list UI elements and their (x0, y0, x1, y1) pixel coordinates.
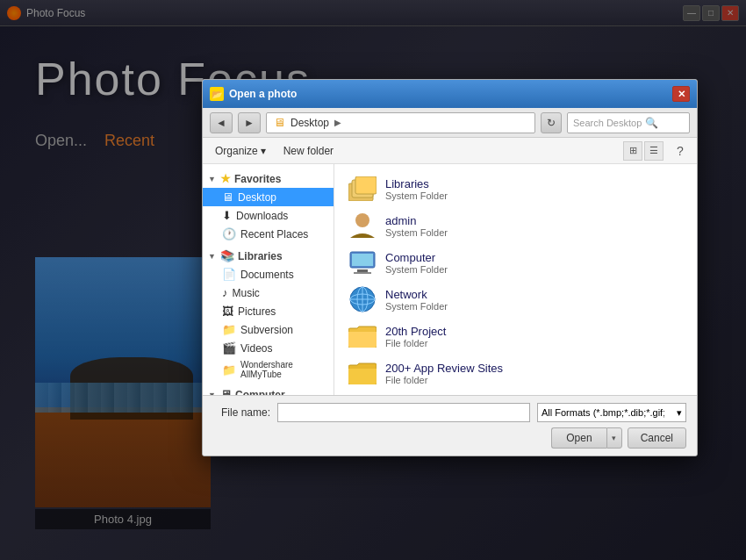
action-row: Open ▾ Cancel (213, 427, 686, 449)
nav-item-recent-places[interactable]: 🕐 Recent Places (203, 225, 334, 243)
subversion-icon: 📁 (222, 323, 236, 336)
svg-rect-5 (352, 254, 373, 266)
documents-icon: 📄 (222, 268, 236, 281)
open-button[interactable]: Open (551, 427, 606, 449)
search-field[interactable]: Search Desktop 🔍 (567, 112, 690, 133)
libraries-expand-icon: ▼ (208, 252, 217, 261)
nav-item-videos[interactable]: 🎬 Videos (203, 339, 334, 357)
network-file-name: Network (385, 288, 683, 301)
documents-label: Documents (240, 269, 294, 281)
network-file-info: Network System Folder (385, 288, 683, 312)
refresh-button[interactable]: ↻ (541, 112, 562, 133)
svg-rect-2 (355, 176, 377, 194)
favorites-expand-icon: ▼ (208, 175, 217, 183)
computer-folder-icon: 🖥 (220, 388, 232, 395)
app-review-type: File folder (385, 375, 683, 385)
organize-label: Organize (215, 145, 258, 157)
filename-label: File name: (213, 406, 270, 419)
favorites-label: Favorites (234, 173, 281, 185)
svg-point-3 (355, 213, 369, 227)
filename-input[interactable] (277, 403, 530, 422)
address-location: Desktop (291, 117, 329, 129)
new-folder-button[interactable]: New folder (278, 143, 339, 159)
dialog-bottom: File name: All Formats (*.bmp;*.dib;*.gi… (203, 395, 697, 456)
admin-file-type: System Folder (385, 227, 683, 238)
nav-item-documents[interactable]: 📄 Documents (203, 265, 334, 284)
back-button[interactable]: ◄ (210, 112, 233, 133)
dialog-titlebar: 📂 Open a photo ✕ (203, 80, 697, 108)
subversion-label: Subversion (240, 324, 293, 336)
20th-project-type: File folder (385, 338, 683, 348)
nav-item-subversion[interactable]: 📁 Subversion (203, 320, 334, 339)
filetype-dropdown-arrow: ▾ (677, 407, 682, 419)
address-arrow-icon: ▶ (334, 118, 341, 127)
downloads-icon: ⬇ (222, 209, 232, 222)
organize-button[interactable]: Organize ▾ (210, 143, 271, 159)
nav-item-wondershare[interactable]: 📁 Wondershare AllMyTube (203, 357, 334, 382)
filetype-label: All Formats (*.bmp;*.dib;*.gif;*. (542, 407, 664, 418)
app-review-folder-icon (348, 359, 377, 387)
organize-chevron: ▾ (261, 145, 266, 157)
computer-file-icon (348, 248, 377, 276)
forward-button[interactable]: ► (238, 112, 261, 133)
svg-rect-7 (354, 272, 371, 274)
computer-file-type: System Folder (385, 264, 683, 275)
filetype-dropdown[interactable]: All Formats (*.bmp;*.dib;*.gif;*. ▾ (537, 403, 686, 422)
computer-header[interactable]: ▼ 🖥 Computer (203, 385, 334, 395)
file-item-admin[interactable]: admin System Folder (341, 208, 690, 243)
file-area: Libraries System Folder (334, 164, 697, 395)
admin-file-info: admin System Folder (385, 214, 683, 238)
file-list: Libraries System Folder (334, 164, 697, 395)
dialog-app-icon: 📂 (210, 87, 224, 101)
libraries-header[interactable]: ▼ 📚 Libraries (203, 247, 334, 265)
wondershare-icon: 📁 (222, 363, 236, 377)
nav-item-music[interactable]: ♪ Music (203, 284, 334, 302)
admin-file-icon (348, 212, 377, 240)
nav-item-desktop[interactable]: 🖥 Desktop (203, 188, 334, 206)
nav-item-pictures[interactable]: 🖼 Pictures (203, 302, 334, 320)
search-placeholder: Search Desktop (573, 118, 642, 128)
wondershare-label: Wondershare AllMyTube (240, 360, 328, 379)
file-item-app-review[interactable]: 200+ App Review Sites File folder (341, 355, 690, 391)
cancel-button[interactable]: Cancel (628, 427, 686, 449)
app-window: Photo Focus — □ ✕ Photo Focus Open... Re… (0, 0, 746, 560)
nav-item-downloads[interactable]: ⬇ Downloads (203, 206, 334, 225)
dialog-close-button[interactable]: ✕ (672, 86, 690, 102)
downloads-label: Downloads (236, 210, 288, 222)
svg-rect-6 (357, 269, 368, 272)
computer-file-info: Computer System Folder (385, 251, 683, 275)
view-buttons: ⊞ ☰ (623, 141, 664, 161)
grid-view-button[interactable]: ⊞ (623, 141, 642, 161)
list-view-button[interactable]: ☰ (644, 141, 664, 161)
file-item-20th-project[interactable]: 20th Project File folder (341, 319, 690, 354)
app-review-name: 200+ App Review Sites (385, 362, 683, 375)
favorites-section: ▼ ★ Favorites 🖥 Desktop ⬇ Downloads 🕐 (203, 168, 334, 245)
search-icon: 🔍 (645, 117, 658, 129)
project-folder-icon (348, 322, 377, 350)
libraries-section: ▼ 📚 Libraries 📄 Documents ♪ Music 🖼 (203, 245, 334, 384)
desktop-icon: 🖥 (222, 190, 233, 204)
recent-places-label: Recent Places (240, 228, 308, 241)
file-open-dialog: 📂 Open a photo ✕ ◄ ► 🖥 Desktop ▶ ↻ Searc… (202, 79, 698, 456)
computer-section: ▼ 🖥 Computer 💾 Local Disk (C:) (203, 384, 334, 395)
libraries-file-name: Libraries (385, 177, 683, 190)
network-file-type: System Folder (385, 301, 683, 312)
recent-places-icon: 🕐 (222, 227, 236, 241)
libraries-label: Libraries (238, 250, 283, 262)
file-item-network[interactable]: Network System Folder (341, 282, 690, 317)
open-button-group: Open ▾ (551, 427, 621, 449)
help-button[interactable]: ? (671, 141, 690, 161)
favorites-star-icon: ★ (220, 172, 231, 185)
computer-label: Computer (235, 389, 285, 396)
videos-icon: 🎬 (222, 341, 236, 355)
open-dropdown-button[interactable]: ▾ (606, 427, 622, 449)
file-item-libraries[interactable]: Libraries System Folder (341, 171, 690, 206)
address-field[interactable]: 🖥 Desktop ▶ (266, 112, 535, 133)
pictures-icon: 🖼 (222, 305, 233, 318)
file-item-computer[interactable]: Computer System Folder (341, 245, 690, 280)
address-bar: ◄ ► 🖥 Desktop ▶ ↻ Search Desktop 🔍 (203, 108, 697, 138)
favorites-header[interactable]: ▼ ★ Favorites (203, 169, 334, 188)
dialog-toolbar: Organize ▾ New folder ⊞ ☰ ? (203, 138, 697, 164)
dialog-main: ▼ ★ Favorites 🖥 Desktop ⬇ Downloads 🕐 (203, 164, 697, 395)
computer-file-name: Computer (385, 251, 683, 264)
